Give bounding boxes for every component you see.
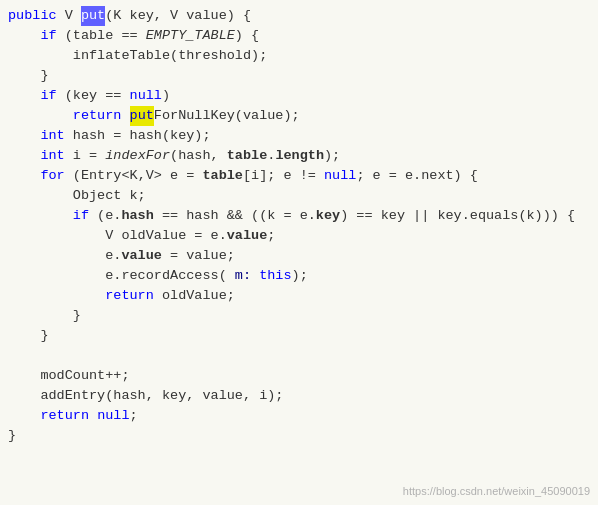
- code-line-9: for (Entry<K,V> e = table [i]; e != null…: [0, 166, 598, 186]
- watermark: https://blog.csdn.net/weixin_45090019: [403, 485, 590, 497]
- code-line-1: public V put (K key, V value) {: [0, 6, 598, 26]
- code-line-5: if (key == null ): [0, 86, 598, 106]
- code-line-13: e. value = value;: [0, 246, 598, 266]
- code-line-16: }: [0, 306, 598, 326]
- code-line-12: V oldValue = e. value ;: [0, 226, 598, 246]
- code-line-18: [0, 346, 598, 366]
- highlight-put: put: [81, 6, 105, 26]
- code-line-20: addEntry(hash, key, value, i);: [0, 386, 598, 406]
- code-line-21: return null ;: [0, 406, 598, 426]
- code-line-6: return put ForNullKey(value);: [0, 106, 598, 126]
- code-line-11: if (e. hash == hash && ((k = e. key ) ==…: [0, 206, 598, 226]
- code-line-17: }: [0, 326, 598, 346]
- code-editor: public V put (K key, V value) { if (tabl…: [0, 0, 598, 505]
- code-line-22: }: [0, 426, 598, 446]
- code-line-7: int hash = hash(key);: [0, 126, 598, 146]
- code-line-8: int i = indexFor (hash, table . length )…: [0, 146, 598, 166]
- code-line-19: modCount++;: [0, 366, 598, 386]
- code-line-2: if (table == EMPTY_TABLE ) {: [0, 26, 598, 46]
- code-line-3: inflateTable(threshold);: [0, 46, 598, 66]
- code-line-4: }: [0, 66, 598, 86]
- code-line-14: e.recordAccess( m: this );: [0, 266, 598, 286]
- keyword-public: public: [8, 6, 57, 26]
- code-line-10: Object k;: [0, 186, 598, 206]
- highlight-put2: put: [130, 106, 154, 126]
- code-line-15: return oldValue;: [0, 286, 598, 306]
